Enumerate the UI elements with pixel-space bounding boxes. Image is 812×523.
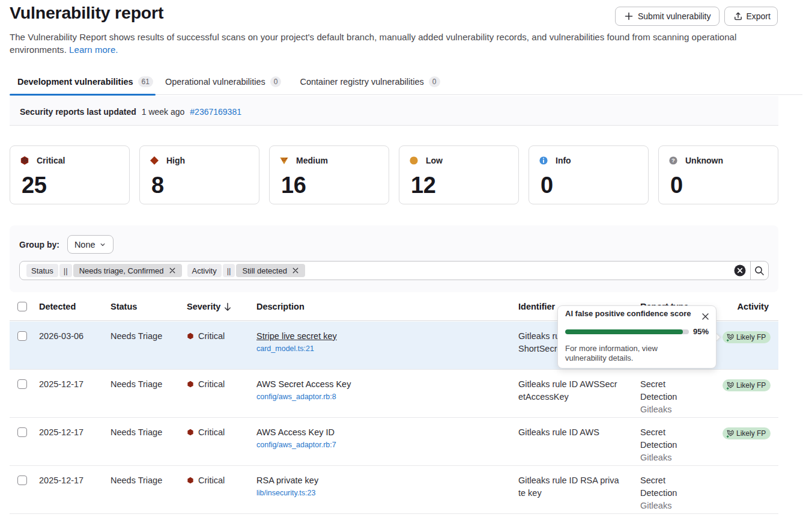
- svg-text:?: ?: [671, 157, 675, 164]
